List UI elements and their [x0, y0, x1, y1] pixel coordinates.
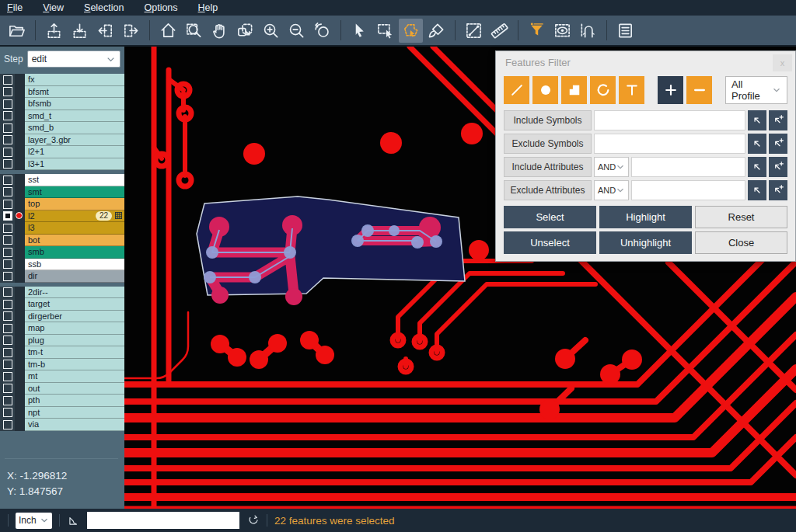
layer-name-cell[interactable]: dirgerber: [25, 311, 124, 323]
include-symbols-input[interactable]: [594, 110, 745, 130]
layer-name-cell[interactable]: bot: [25, 235, 124, 247]
highlight-button[interactable]: Highlight: [599, 206, 692, 228]
unselect-button[interactable]: Unselect: [504, 231, 596, 254]
measure-ruler-button[interactable]: [487, 19, 511, 43]
layer-name-cell[interactable]: bfsmb: [25, 98, 124, 110]
rectangle-select-button[interactable]: [373, 19, 397, 43]
unhighlight-button[interactable]: Unhighlight: [599, 231, 692, 254]
include-attributes-operator-select[interactable]: AND: [594, 157, 629, 177]
include-symbols-button[interactable]: Include Symbols: [504, 110, 592, 130]
export-left-button[interactable]: [93, 19, 117, 43]
layer-name-cell[interactable]: tm-b: [25, 359, 124, 371]
layer-visibility-checkbox[interactable]: [0, 198, 15, 210]
layer-visibility-checkbox[interactable]: [0, 287, 15, 299]
add-filter-button[interactable]: [658, 76, 683, 104]
layer-name-cell[interactable]: plug: [25, 335, 124, 347]
close-button[interactable]: x: [773, 54, 792, 71]
units-select[interactable]: Inch: [16, 513, 52, 529]
exclude-symbols-pick-button[interactable]: [748, 134, 766, 154]
menu-view[interactable]: View: [43, 2, 64, 13]
layer-row-l2+1[interactable]: l2+1: [0, 146, 124, 158]
close-button[interactable]: Close: [695, 231, 787, 254]
layer-visibility-checkbox[interactable]: [0, 407, 15, 419]
open-file-button[interactable]: [5, 19, 29, 43]
layer-row-smd_b[interactable]: smd_b: [0, 122, 124, 134]
layer-visibility-checkbox[interactable]: [0, 222, 15, 235]
layer-name-cell[interactable]: dir: [25, 270, 124, 283]
layer-row-top[interactable]: top: [0, 198, 124, 210]
layer-row-bfsmt[interactable]: bfsmt: [0, 86, 124, 99]
refresh-icon[interactable]: [246, 514, 260, 527]
features-filter-button[interactable]: [525, 19, 549, 43]
layer-row-smb[interactable]: smb: [0, 246, 124, 259]
layer-visibility-checkbox[interactable]: [0, 259, 15, 271]
layer-visibility-checkbox[interactable]: [0, 235, 15, 247]
layer-visibility-checkbox[interactable]: [0, 110, 15, 123]
polygon-select-button[interactable]: [399, 19, 423, 43]
layer-name-cell[interactable]: l2+1: [25, 146, 124, 158]
layer-row-out[interactable]: out: [0, 383, 124, 395]
layer-visibility-checkbox[interactable]: [0, 74, 15, 86]
home-view-button[interactable]: [156, 19, 180, 43]
layer-row-2dir--[interactable]: 2dir--: [0, 287, 124, 299]
layer-row-smt[interactable]: smt: [0, 186, 124, 199]
layer-visibility-checkbox[interactable]: [0, 311, 15, 323]
layer-row-dirgerber[interactable]: dirgerber: [0, 311, 124, 323]
layer-visibility-checkbox[interactable]: [0, 134, 15, 147]
layer-visibility-checkbox[interactable]: [0, 158, 15, 171]
layer-name-cell[interactable]: smb: [25, 246, 124, 259]
layer-name-cell[interactable]: bfsmt: [25, 86, 124, 99]
layer-visibility-checkbox[interactable]: [0, 383, 15, 395]
import-down-button[interactable]: [68, 19, 92, 43]
line-features-button[interactable]: [504, 76, 529, 104]
layer-visibility-checkbox[interactable]: [0, 186, 15, 199]
measure-distance-button[interactable]: [462, 19, 486, 43]
zoom-window-button[interactable]: [182, 19, 206, 43]
snap-mode-button[interactable]: [576, 19, 600, 43]
layer-visibility-checkbox[interactable]: [0, 359, 15, 371]
layer-row-via[interactable]: via: [0, 419, 124, 431]
zoom-out-button[interactable]: [285, 19, 309, 43]
menu-help[interactable]: Help: [198, 2, 218, 13]
layer-row-fx[interactable]: fx: [0, 74, 124, 86]
layer-visibility-checkbox[interactable]: [0, 395, 15, 407]
layer-name-cell[interactable]: fx: [25, 74, 124, 86]
export-right-button[interactable]: [119, 19, 143, 43]
include-attributes-pick-button[interactable]: [748, 157, 766, 177]
layer-name-cell[interactable]: top: [25, 198, 124, 210]
layer-row-l3[interactable]: l3: [0, 222, 124, 235]
layer-name-cell[interactable]: out: [25, 383, 124, 395]
layer-visibility-checkbox[interactable]: [0, 210, 15, 223]
pan-hand-button[interactable]: [208, 19, 232, 43]
layer-row-l3+1[interactable]: l3+1: [0, 158, 124, 171]
menu-file[interactable]: File: [7, 2, 23, 13]
layer-row-pth[interactable]: pth: [0, 395, 124, 407]
menu-selection[interactable]: Selection: [84, 2, 124, 13]
layer-visibility-checkbox[interactable]: [0, 346, 15, 359]
layer-name-cell[interactable]: ssb: [25, 259, 124, 271]
layer-row-bot[interactable]: bot: [0, 235, 124, 247]
export-up-button[interactable]: [42, 19, 66, 43]
select-cursor-button[interactable]: [347, 19, 372, 43]
layers-table-button[interactable]: [613, 19, 637, 43]
include-attributes-input[interactable]: [631, 157, 745, 177]
step-select[interactable]: edit: [27, 50, 120, 68]
layer-row-plug[interactable]: plug: [0, 335, 124, 347]
layer-visibility-checkbox[interactable]: [0, 419, 15, 431]
zoom-in-button[interactable]: [259, 19, 283, 43]
layer-name-cell[interactable]: pth: [25, 395, 124, 407]
corner-tool-icon[interactable]: [67, 514, 80, 527]
layer-row-layer_3.gbr[interactable]: layer_3.gbr: [0, 134, 124, 147]
layer-name-cell[interactable]: smd_t: [25, 110, 124, 123]
layer-visibility-checkbox[interactable]: [0, 98, 15, 110]
exclude-attributes-operator-select[interactable]: AND: [594, 180, 629, 200]
exclude-symbols-input[interactable]: [594, 134, 745, 154]
layer-row-l2[interactable]: l222: [0, 210, 124, 223]
layer-name-cell[interactable]: mt: [25, 370, 124, 383]
layer-visibility-checkbox[interactable]: [0, 246, 15, 259]
view-options-button[interactable]: [550, 19, 574, 43]
command-input[interactable]: [87, 512, 239, 529]
layer-visibility-checkbox[interactable]: [0, 174, 15, 186]
reset-button[interactable]: Reset: [695, 206, 787, 228]
include-symbols-pick-add-button[interactable]: [769, 110, 787, 130]
